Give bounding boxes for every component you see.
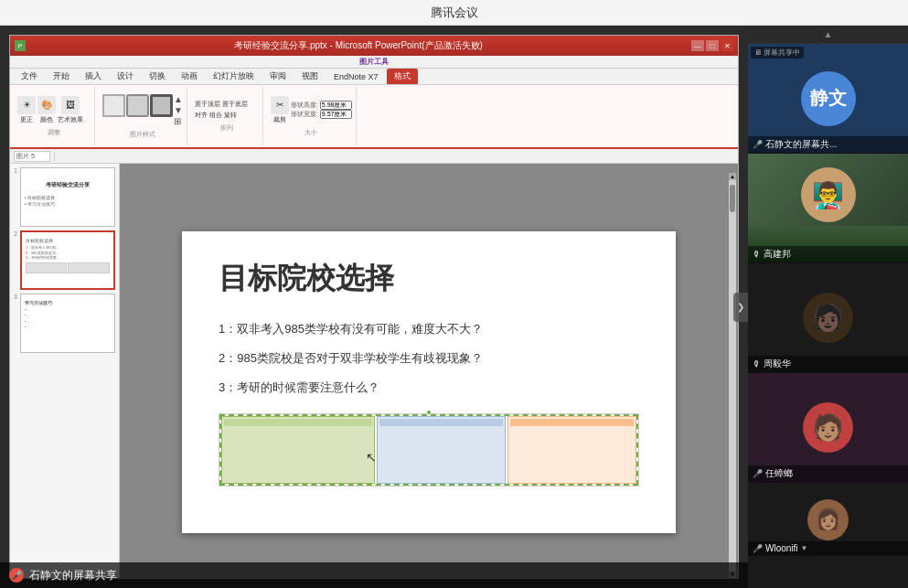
ribbon-btn-align[interactable]: 对齐 xyxy=(195,111,208,120)
slide-body: 1：双非考入985类学校有没有可能，难度大不大？ 2：985类院校是否对于双非学… xyxy=(219,317,639,400)
mic-icon-1: 🎤 xyxy=(753,140,763,149)
mic-icon-2: 🎙 xyxy=(753,250,761,259)
formula-bar: 图片 5 xyxy=(10,149,738,164)
slide-thumb-3[interactable]: 学习方法技巧 • ... • ... • ... • ... xyxy=(20,294,115,353)
ribbon-btn-artistic[interactable]: 🖼 艺术效果 xyxy=(58,96,83,124)
shape-width-input[interactable] xyxy=(320,110,352,119)
ppt-title-bar: P 考研经验交流分享.pptx - Microsoft PowerPoint(产… xyxy=(10,36,738,56)
image-tools-label: 图片工具 xyxy=(359,57,389,67)
participant-name-5: 🎤 Wloonifi ▼ xyxy=(748,541,908,555)
vertical-scrollbar[interactable]: ▲ ▼ xyxy=(729,173,736,578)
slide-heading: 目标院校选择 xyxy=(219,259,639,299)
slide-point-2: 2：985类院校是否对于双非学校学生有歧视现象？ xyxy=(219,347,639,370)
participant-label-4: 任蟑螂 xyxy=(765,467,793,480)
app-title: 腾讯会议 xyxy=(431,5,478,21)
ppt-title-text: 考研经验交流分享.pptx - Microsoft PowerPoint(产品激… xyxy=(26,39,691,52)
tab-design[interactable]: 设计 xyxy=(110,69,141,84)
ribbon-btn-rotate[interactable]: 旋转 xyxy=(224,111,237,120)
ribbon-btn-back[interactable]: 置于底层 xyxy=(222,100,248,109)
slide-thumb-2[interactable]: 目标院校选择 1：双非考入985类... 2：985类院校是否... 3：考研的… xyxy=(20,230,115,290)
tab-insert[interactable]: 插入 xyxy=(78,69,109,84)
ribbon-group-adjust: ☀ 更正 🎨 颜色 🖼 艺术效果 调整 xyxy=(14,87,95,145)
tab-slideshow[interactable]: 幻灯片放映 xyxy=(206,69,262,84)
tab-file[interactable]: 文件 xyxy=(14,69,45,84)
participant-card-zhouyihua: 🧑🏿 🎙 周毅华 xyxy=(748,263,908,373)
tab-review[interactable]: 审阅 xyxy=(262,69,294,84)
mic-status-icon: 🎤 xyxy=(9,568,24,583)
scroll-up-icon: ▲ xyxy=(824,29,833,39)
participant-card-renzhanglang: 🧑🏽 🎤 任蟑螂 xyxy=(748,373,908,483)
right-panel: ❯ ▲ 静文 🖥屏幕共享中 🎤 石静文的屏幕共... 👨‍🏫 xyxy=(748,26,908,588)
ppt-window: P 考研经验交流分享.pptx - Microsoft PowerPoint(产… xyxy=(9,35,739,579)
slide-panel: 1 考研经验交流分享 • 目标院校选择 • 学习方法技巧 2 目标院校选择 xyxy=(10,164,120,579)
slide-canvas[interactable]: 目标院校选择 1：双非考入985类学校有没有可能，难度大不大？ 2：985类院校… xyxy=(182,231,676,533)
tab-start[interactable]: 开始 xyxy=(46,69,77,84)
slide-point-3: 3：考研的时候需要注意什么？ xyxy=(219,376,639,400)
tab-animation[interactable]: 动画 xyxy=(174,69,205,84)
bottom-bar: 🎤 石静文的屏幕共享 xyxy=(0,562,748,588)
participant-name-2: 🎙 高建邦 xyxy=(748,246,908,262)
ribbon-btn-color[interactable]: 🎨 颜色 xyxy=(37,96,56,124)
shape-height-input[interactable] xyxy=(320,101,352,110)
scroll-up-btn[interactable]: ▲ xyxy=(748,26,908,44)
participant-card-wloonifi: 👩🏽 🎤 Wloonifi ▼ xyxy=(748,483,908,556)
ppt-maximize-btn[interactable]: □ xyxy=(706,40,719,51)
participant-label-3: 周毅华 xyxy=(764,358,791,370)
ribbon-btn-correct[interactable]: ☀ 更正 xyxy=(17,96,36,124)
slide-canvas-area: 目标院校选择 1：双非考入985类学校有没有可能，难度大不大？ 2：985类院校… xyxy=(120,164,738,579)
panel-collapse-arrow[interactable]: ❯ xyxy=(733,293,748,322)
participant-name-3: 🎙 周毅华 xyxy=(748,356,908,372)
participant-name-4: 🎤 任蟑螂 xyxy=(748,465,908,482)
mic-icon-3: 🎙 xyxy=(753,359,761,369)
tab-transition[interactable]: 切换 xyxy=(142,69,173,84)
mic-icon-5: 🎤 xyxy=(753,544,763,553)
ribbon-group-styles: ▲ ▼ ⊞ 图片样式 xyxy=(99,87,187,145)
slide-table-area[interactable]: ↖ xyxy=(219,413,639,486)
ribbon-group-size: ✂ 裁剪 形状高度: 形状宽度: 大小 xyxy=(267,87,357,145)
formula-cell-ref: 图片 5 xyxy=(14,151,50,162)
slide-point-1: 1：双非考入985类学校有没有可能，难度大不大？ xyxy=(219,317,639,341)
avatar-wloonifi: 👩🏽 xyxy=(807,499,849,540)
ribbon-btn-group[interactable]: 组合 xyxy=(209,111,222,120)
avatar-renzhanglang: 🧑🏽 xyxy=(803,402,853,453)
tab-view[interactable]: 视图 xyxy=(294,69,326,84)
ppt-ribbon-tabs: 文件 开始 插入 设计 切换 动画 幻灯片放映 审阅 视图 EndNote X7… xyxy=(10,69,738,85)
ppt-close-btn[interactable]: ✕ xyxy=(721,40,733,51)
slide-thumb-1[interactable]: 考研经验交流分享 • 目标院校选择 • 学习方法技巧 xyxy=(20,167,115,227)
avatar-zhouyihua: 🧑🏿 xyxy=(803,293,853,343)
mic-icon-4: 🎤 xyxy=(753,469,763,478)
ppt-editor: 1 考研经验交流分享 • 目标院校选择 • 学习方法技巧 2 目标院校选择 xyxy=(10,164,738,579)
share-indicator: 🖥屏幕共享中 xyxy=(751,47,804,59)
participant-card-shijingwen: 静文 🖥屏幕共享中 🎤 石静文的屏幕共... xyxy=(748,44,908,154)
ppt-ribbon: ☀ 更正 🎨 颜色 🖼 艺术效果 调整 xyxy=(10,85,738,149)
cursor-arrow: ↖ xyxy=(366,450,377,465)
participant-name-1: 🎤 石静文的屏幕共... xyxy=(748,136,908,153)
ppt-minimize-btn[interactable]: — xyxy=(691,40,704,51)
main-area: P 考研经验交流分享.pptx - Microsoft PowerPoint(产… xyxy=(0,26,748,588)
bottom-bar-label: 石静文的屏幕共享 xyxy=(29,568,117,583)
participant-label-2: 高建邦 xyxy=(764,248,791,261)
ribbon-btn-crop[interactable]: ✂ 裁剪 xyxy=(271,96,289,124)
title-bar: 腾讯会议 xyxy=(0,0,908,26)
participant-label-5: Wloonifi xyxy=(765,543,798,553)
avatar-shijingwen: 静文 xyxy=(801,71,856,126)
participant-label-1: 石静文的屏幕共... xyxy=(765,138,837,151)
ribbon-group-arrange: 置于顶层 置于底层 对齐 组合 旋转 排列 xyxy=(191,87,263,145)
ppt-window-controls: — □ ✕ xyxy=(691,40,733,51)
tab-format[interactable]: 格式 xyxy=(387,69,418,84)
tab-endnote[interactable]: EndNote X7 xyxy=(326,70,386,83)
ribbon-btn-front[interactable]: 置于顶层 xyxy=(195,100,220,109)
participant-card-gaojianban: 👨‍🏫 🎙 高建邦 xyxy=(748,154,908,263)
